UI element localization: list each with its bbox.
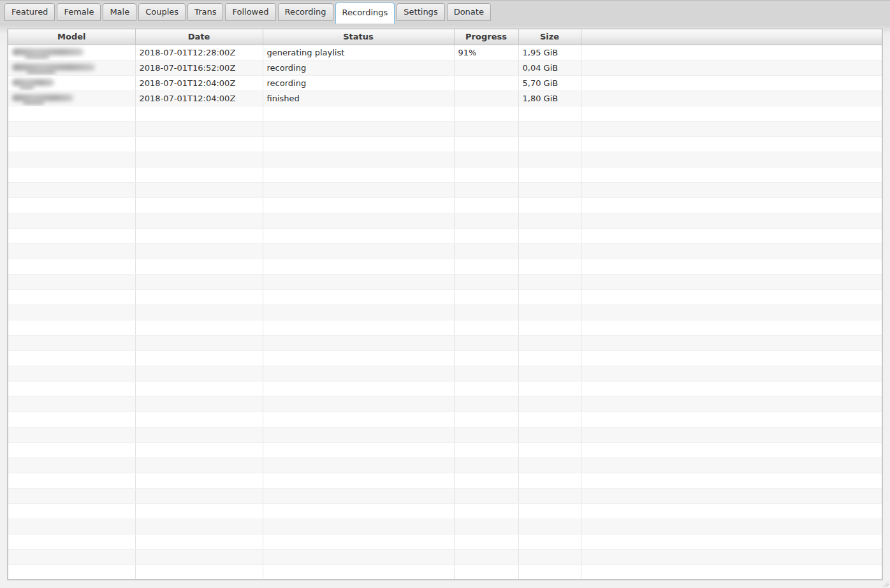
- tab-recordings[interactable]: Recordings: [335, 3, 395, 24]
- progress-cell: [454, 320, 518, 335]
- empty-table-row[interactable]: [8, 243, 882, 259]
- progress-cell: [454, 442, 518, 457]
- progress-cell: [454, 75, 518, 90]
- empty-table-row[interactable]: [8, 457, 882, 473]
- table-row[interactable]: 2018-07-01T12:28:00Zgenerating playlist9…: [8, 45, 882, 60]
- status-cell: [263, 503, 454, 519]
- progress-cell: [454, 167, 518, 182]
- date-cell: [135, 549, 263, 564]
- model-cell: [8, 427, 135, 442]
- filler-cell: [581, 396, 882, 412]
- date-cell: [135, 335, 263, 350]
- tab-followed[interactable]: Followed: [225, 3, 275, 21]
- filler-cell: [581, 228, 882, 243]
- column-header-progress[interactable]: Progress: [454, 29, 518, 45]
- empty-table-row[interactable]: [8, 167, 882, 182]
- tab-couples[interactable]: Couples: [138, 3, 186, 21]
- size-cell: [518, 152, 581, 167]
- column-header-size[interactable]: Size: [518, 29, 581, 45]
- empty-table-row[interactable]: [8, 197, 882, 213]
- model-cell: [8, 90, 135, 106]
- status-cell: [263, 396, 454, 412]
- empty-table-row[interactable]: [8, 503, 882, 519]
- date-cell: [135, 442, 263, 457]
- empty-table-row[interactable]: [8, 427, 882, 442]
- tab-male[interactable]: Male: [103, 3, 136, 21]
- model-cell: [8, 366, 135, 381]
- model-cell: [8, 503, 135, 519]
- filler-cell: [581, 136, 882, 152]
- status-cell: [263, 121, 454, 136]
- empty-table-row[interactable]: [8, 228, 882, 243]
- date-cell: [135, 152, 263, 167]
- empty-table-row[interactable]: [8, 121, 882, 136]
- resize-grip-icon[interactable]: [882, 580, 889, 587]
- tab-trans[interactable]: Trans: [187, 3, 223, 21]
- date-cell: [135, 320, 263, 335]
- empty-table-row[interactable]: [8, 259, 882, 274]
- progress-cell: [454, 136, 518, 152]
- tab-featured[interactable]: Featured: [4, 3, 55, 21]
- filler-cell: [581, 305, 882, 320]
- empty-table-row[interactable]: [8, 106, 882, 121]
- progress-cell: [454, 519, 518, 534]
- size-cell: [518, 167, 581, 182]
- empty-table-row[interactable]: [8, 152, 882, 167]
- progress-cell: [454, 90, 518, 106]
- status-cell: [263, 197, 454, 213]
- table-row[interactable]: 2018-07-01T12:04:00Zfinished1,80 GiB: [8, 90, 882, 106]
- tab-recording[interactable]: Recording: [278, 3, 333, 21]
- size-cell: 1,80 GiB: [518, 90, 581, 106]
- empty-table-row[interactable]: [8, 274, 882, 289]
- date-cell: [135, 366, 263, 381]
- empty-table-row[interactable]: [8, 335, 882, 350]
- model-cell: [8, 412, 135, 427]
- empty-table-row[interactable]: [8, 564, 882, 580]
- empty-table-row[interactable]: [8, 213, 882, 228]
- status-cell: [263, 213, 454, 228]
- column-header-filler[interactable]: [581, 29, 882, 45]
- size-cell: [518, 350, 581, 366]
- date-cell: [135, 457, 263, 473]
- column-header-model[interactable]: Model: [8, 29, 135, 45]
- tab-settings[interactable]: Settings: [397, 3, 444, 21]
- status-cell: [263, 289, 454, 305]
- filler-cell: [581, 335, 882, 350]
- empty-table-row[interactable]: [8, 381, 882, 396]
- size-cell: [518, 366, 581, 381]
- progress-cell: [454, 289, 518, 305]
- size-cell: [518, 289, 581, 305]
- model-cell: [8, 289, 135, 305]
- empty-table-row[interactable]: [8, 412, 882, 427]
- empty-table-row[interactable]: [8, 350, 882, 366]
- table-row[interactable]: 2018-07-01T12:04:00Zrecording5,70 GiB: [8, 75, 882, 90]
- empty-table-row[interactable]: [8, 473, 882, 488]
- empty-table-row[interactable]: [8, 442, 882, 457]
- redacted-model-name: [12, 64, 95, 71]
- empty-table-row[interactable]: [8, 305, 882, 320]
- empty-table-row[interactable]: [8, 549, 882, 564]
- empty-table-row[interactable]: [8, 366, 882, 381]
- size-cell: [518, 228, 581, 243]
- size-cell: [518, 564, 581, 580]
- model-cell: [8, 45, 135, 60]
- empty-table-row[interactable]: [8, 289, 882, 305]
- empty-table-row[interactable]: [8, 534, 882, 549]
- model-cell: [8, 213, 135, 228]
- table-row[interactable]: 2018-07-01T16:52:00Zrecording0,04 GiB: [8, 60, 882, 75]
- model-cell: [8, 519, 135, 534]
- empty-table-row[interactable]: [8, 519, 882, 534]
- date-cell: [135, 182, 263, 197]
- filler-cell: [581, 519, 882, 534]
- empty-table-row[interactable]: [8, 396, 882, 412]
- progress-cell: [454, 213, 518, 228]
- empty-table-row[interactable]: [8, 136, 882, 152]
- tab-donate[interactable]: Donate: [447, 3, 491, 21]
- tab-female[interactable]: Female: [57, 3, 101, 21]
- empty-table-row[interactable]: [8, 320, 882, 335]
- status-cell: finished: [263, 90, 454, 106]
- column-header-date[interactable]: Date: [135, 29, 263, 45]
- column-header-status[interactable]: Status: [263, 29, 454, 45]
- empty-table-row[interactable]: [8, 488, 882, 503]
- empty-table-row[interactable]: [8, 182, 882, 197]
